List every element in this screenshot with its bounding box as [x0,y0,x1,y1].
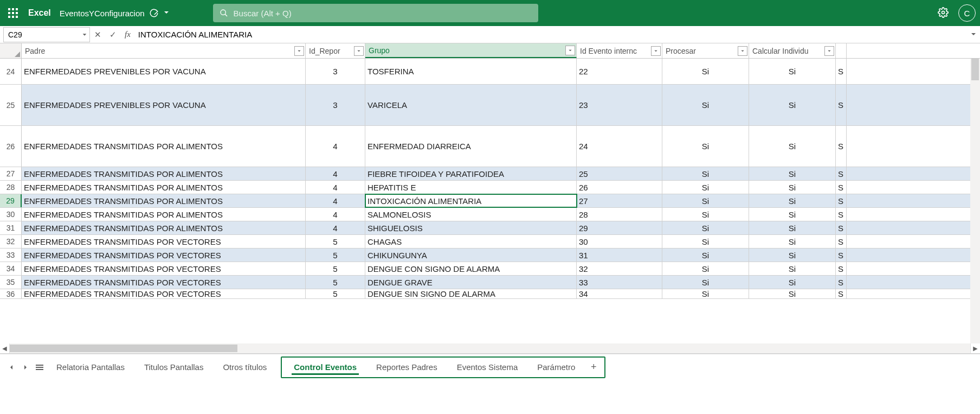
cell-idrep[interactable]: 4 [306,208,365,221]
cell-grupo[interactable]: TOSFERINA [365,59,577,84]
row-header[interactable]: 24 [0,59,22,84]
cell-proc[interactable]: Si [662,208,749,221]
filter-dropdown-icon[interactable] [824,46,834,56]
cell-last[interactable]: S [836,126,847,167]
cell-calc[interactable]: Si [749,262,836,275]
document-name[interactable]: EventosYConfiguracion [60,9,145,18]
filter-dropdown-icon[interactable] [294,46,304,56]
cell-proc[interactable]: Si [662,194,749,207]
filter-dropdown-icon[interactable] [354,46,364,56]
cell-grupo[interactable]: ENFERMEDAD DIARREICA [365,126,577,167]
cell-last[interactable]: S [836,262,847,275]
scroll-left-icon[interactable]: ◄ [0,343,10,353]
cell-proc[interactable]: Si [662,249,749,262]
cell-last[interactable]: S [836,289,847,298]
cell-calc[interactable]: Si [749,126,836,167]
cell-idevt[interactable]: 22 [577,59,662,84]
cancel-formula-icon[interactable]: ✕ [90,30,105,40]
cell-idevt[interactable]: 32 [577,262,662,275]
cell-padre[interactable]: ENFERMEDADES TRANSMITIDAS POR ALIMENTOS [22,167,306,180]
fx-icon[interactable]: fx [120,30,135,39]
column-header-idrep[interactable]: Id_Repor [306,43,365,58]
add-sheet-button[interactable]: + [585,361,602,373]
cell-grupo[interactable]: DENGUE CON SIGNO DE ALARMA [365,262,577,275]
formula-input[interactable] [135,26,967,43]
user-avatar[interactable]: C [958,4,976,22]
cell-grupo[interactable]: DENGUE GRAVE [365,276,577,289]
cell-grupo[interactable]: CHIKUNGUNYA [365,249,577,262]
cell-idrep[interactable]: 5 [306,249,365,262]
sheet-tab[interactable]: Control Eventos [284,358,366,377]
row-header[interactable]: 36 [0,289,22,298]
cell-padre[interactable]: ENFERMEDADES TRANSMITIDAS POR ALIMENTOS [22,181,306,194]
cell-idevt[interactable]: 25 [577,167,662,180]
search-input[interactable] [234,9,532,18]
cell-padre[interactable]: ENFERMEDADES TRANSMITIDAS POR VECTORES [22,276,306,289]
app-launcher-icon[interactable] [4,4,22,22]
cell-calc[interactable]: Si [749,194,836,207]
cell-idrep[interactable]: 5 [306,276,365,289]
cell-proc[interactable]: Si [662,167,749,180]
cell-calc[interactable]: Si [749,276,836,289]
name-box[interactable]: C29 [3,27,90,42]
cell-proc[interactable]: Si [662,235,749,248]
sheet-tab[interactable]: Parámetro [527,358,585,377]
cell-idevt[interactable]: 23 [577,85,662,125]
row-header[interactable]: 29 [0,194,22,207]
cell-idevt[interactable]: 30 [577,235,662,248]
vertical-scrollbar[interactable] [970,59,980,343]
cell-idevt[interactable]: 26 [577,181,662,194]
filter-dropdown-icon[interactable] [651,46,661,56]
filter-dropdown-icon[interactable] [738,46,747,56]
cell-proc[interactable]: Si [662,289,749,298]
column-header-padre[interactable]: Padre [22,43,306,58]
cell-last[interactable]: S [836,235,847,248]
cell-grupo[interactable]: CHAGAS [365,235,577,248]
scroll-right-icon[interactable]: ► [970,343,980,353]
expand-formula-bar-icon[interactable] [967,30,980,39]
row-header[interactable]: 27 [0,167,22,180]
column-header-calc[interactable]: Calcular Individu [749,43,836,58]
column-header-proc[interactable]: Procesar [662,43,749,58]
cell-calc[interactable]: Si [749,289,836,298]
cell-calc[interactable]: Si [749,59,836,84]
cell-last[interactable]: S [836,208,847,221]
sheet-tab[interactable]: Titulos Pantallas [134,356,214,378]
cell-proc[interactable]: Si [662,181,749,194]
cell-idevt[interactable]: 28 [577,208,662,221]
cell-padre[interactable]: ENFERMEDADES TRANSMITIDAS POR VECTORES [22,262,306,275]
cell-padre[interactable]: ENFERMEDADES TRANSMITIDAS POR ALIMENTOS [22,194,306,207]
cell-last[interactable]: S [836,181,847,194]
cell-padre[interactable]: ENFERMEDADES PREVENIBLES POR VACUNA [22,59,306,84]
cell-grupo[interactable]: INTOXICACIÓN ALIMENTARIA [365,194,577,207]
cell-idrep[interactable]: 5 [306,289,365,298]
sheet-tab[interactable]: Eventos Sistema [447,358,528,377]
cell-calc[interactable]: Si [749,221,836,234]
settings-icon[interactable] [938,7,949,20]
column-header-idevt[interactable]: Id Evento internc [577,43,662,58]
name-box-dropdown-icon[interactable] [82,30,87,39]
row-header[interactable]: 28 [0,181,22,194]
horizontal-scrollbar[interactable]: ◄ ► [0,343,980,353]
cell-idrep[interactable]: 4 [306,221,365,234]
row-header[interactable]: 35 [0,276,22,289]
cell-proc[interactable]: Si [662,276,749,289]
cell-grupo[interactable]: VARICELA [365,85,577,125]
cell-idrep[interactable]: 4 [306,181,365,194]
sheet-tab[interactable]: Otros títulos [213,356,276,378]
cell-padre[interactable]: ENFERMEDADES TRANSMITIDAS POR VECTORES [22,235,306,248]
row-header[interactable]: 25 [0,85,22,125]
cell-idevt[interactable]: 34 [577,289,662,298]
cell-last[interactable]: S [836,167,847,180]
cell-last[interactable]: S [836,85,847,125]
cell-grupo[interactable]: SHIGUELOSIS [365,221,577,234]
h-scroll-track[interactable] [10,343,970,353]
cell-calc[interactable]: Si [749,85,836,125]
cell-idevt[interactable]: 27 [577,194,662,207]
accept-formula-icon[interactable]: ✓ [105,30,120,40]
cell-last[interactable]: S [836,194,847,207]
cell-idevt[interactable]: 33 [577,276,662,289]
cell-grupo[interactable]: FIEBRE TIFOIDEA Y PARATIFOIDEA [365,167,577,180]
row-header[interactable]: 33 [0,249,22,262]
tab-nav-next-icon[interactable] [18,360,33,374]
